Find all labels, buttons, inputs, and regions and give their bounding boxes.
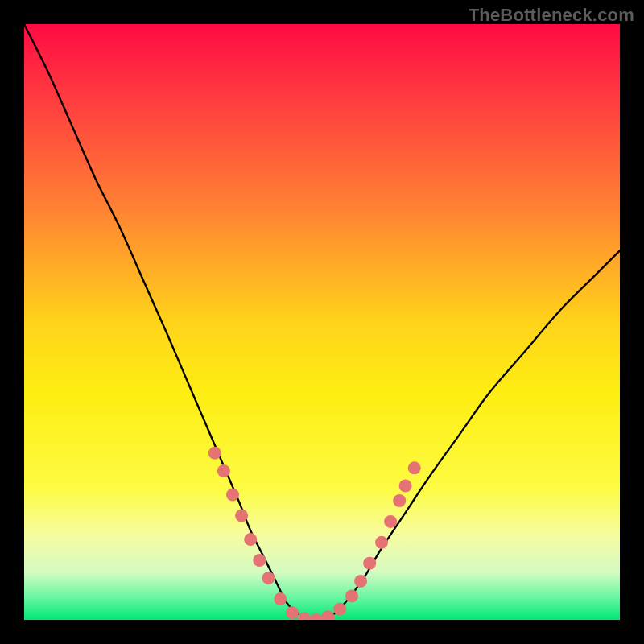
- marker-dot: [253, 554, 266, 567]
- plot-area: [24, 24, 620, 620]
- marker-dot: [384, 515, 397, 528]
- marker-dot: [354, 575, 367, 588]
- marker-dot: [208, 447, 221, 460]
- marker-dot: [408, 461, 421, 474]
- marker-dot: [399, 480, 412, 493]
- marker-dot: [217, 464, 230, 477]
- marker-dot: [393, 494, 406, 507]
- marker-dot: [286, 606, 299, 619]
- chart-frame: TheBottleneck.com: [0, 0, 644, 644]
- marker-dot: [363, 557, 376, 570]
- marker-dot: [333, 603, 346, 616]
- bottleneck-chart: [24, 24, 620, 620]
- marker-dot: [262, 572, 275, 584]
- marker-dot: [345, 589, 358, 602]
- marker-dot: [226, 489, 239, 502]
- marker-dot: [375, 536, 388, 549]
- marker-dot: [235, 510, 248, 522]
- gradient-background: [24, 24, 620, 620]
- marker-dot: [274, 592, 287, 605]
- watermark-text: TheBottleneck.com: [469, 5, 634, 26]
- marker-dot: [244, 533, 257, 546]
